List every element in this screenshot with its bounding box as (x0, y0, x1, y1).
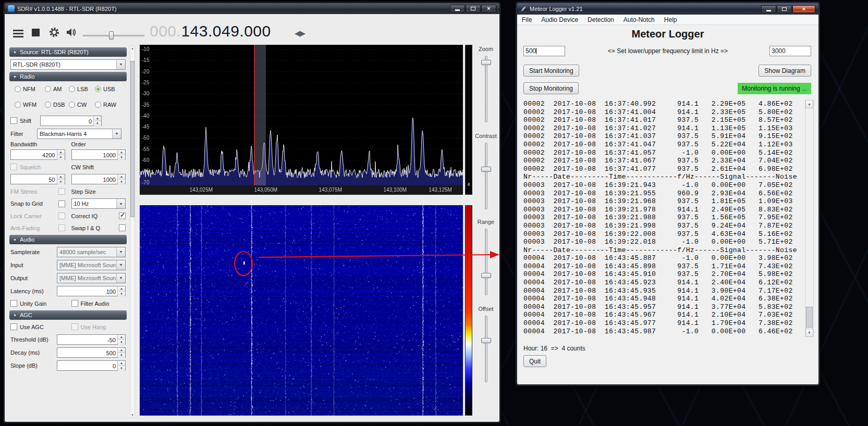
cw-shift-input[interactable]: 1000 (71, 174, 126, 184)
chevron-down-icon[interactable] (116, 260, 125, 270)
spinner-buttons[interactable] (57, 150, 65, 159)
spinner-buttons[interactable] (117, 348, 125, 357)
slider-contrast[interactable]: Contrast (473, 133, 498, 209)
settings-gear-icon[interactable] (48, 27, 60, 38)
chevron-down-icon[interactable] (116, 273, 125, 283)
spectrum-canvas[interactable] (140, 45, 463, 185)
menu-file[interactable]: File (517, 16, 536, 23)
use-agc-checkbox[interactable] (10, 323, 17, 330)
start-monitoring-button[interactable]: Start Monitoring (523, 65, 579, 77)
latency-input[interactable]: 100 (57, 286, 126, 296)
bandwidth-input[interactable]: 4200 (10, 149, 65, 160)
decay-input[interactable]: 500 (57, 347, 126, 358)
spinner-buttons[interactable] (117, 361, 125, 370)
spinner-buttons[interactable] (117, 286, 125, 296)
scroll-up-icon[interactable]: ▲ (805, 100, 813, 108)
menu-icon[interactable] (13, 28, 23, 39)
log-scrollbar-thumb[interactable] (806, 307, 813, 328)
volume-slider[interactable] (83, 31, 144, 40)
sdr-titlebar[interactable]: SDR# v1.0.0.1488 - RTL-SDR (R820T) × (5, 3, 499, 14)
chevron-down-icon[interactable] (112, 129, 121, 139)
slider-track[interactable] (485, 56, 487, 122)
slider-thumb[interactable] (481, 167, 491, 172)
filter-audio-checkbox[interactable] (71, 300, 78, 307)
slider-zoom[interactable]: Zoom (473, 46, 498, 122)
slider-thumb[interactable] (481, 338, 491, 343)
panel-scrollbar-thumb[interactable] (130, 61, 135, 217)
source-device-select[interactable]: RTL-SDR (R820T) (10, 59, 126, 70)
panel-scrollbar[interactable]: ▲ ▼ (130, 46, 135, 418)
frequency-step-up-icon[interactable]: ▶ (300, 29, 305, 37)
stop-playback-button[interactable] (32, 29, 40, 36)
order-input[interactable]: 1000 (71, 149, 126, 160)
lock-carrier-checkbox[interactable] (58, 212, 65, 219)
spinner-buttons[interactable] (117, 174, 125, 184)
chevron-down-icon[interactable] (116, 60, 125, 69)
shift-checkbox[interactable] (10, 117, 17, 124)
waterfall-canvas[interactable] (140, 205, 463, 416)
samplerate-select[interactable]: 48000 sample/sec (57, 247, 126, 257)
radio-section-header[interactable]: ▼Radio (9, 72, 127, 81)
menu-audio-device[interactable]: Audio Device (536, 16, 583, 23)
close-button[interactable]: × (792, 5, 815, 13)
radio-mode-dsb[interactable]: DSB (45, 102, 69, 108)
logger-titlebar[interactable]: Meteor Logger v1.21 × (517, 3, 818, 15)
speaker-icon[interactable] (65, 27, 77, 38)
radio-mode-am[interactable]: AM (45, 86, 69, 92)
unity-gain-checkbox[interactable] (10, 300, 17, 307)
radio-mode-raw[interactable]: RAW (95, 102, 122, 108)
audio-output-select[interactable]: [MME] Microsoft Soun (57, 273, 126, 283)
chevron-down-icon[interactable] (116, 247, 125, 257)
menu-detection[interactable]: Detection (583, 16, 619, 23)
log-output[interactable]: 00002 2017-10-08 16:37:40.992 914.1 2.29… (523, 100, 801, 337)
frequency-step-down-icon[interactable]: ◀ (295, 29, 300, 37)
sc​roll-down-icon[interactable]: ▼ (805, 329, 813, 337)
agc-section-header[interactable]: ▼AGC (9, 310, 127, 320)
radio-mode-nfm[interactable]: NFM (15, 86, 45, 92)
frequency-display[interactable]: 000.143.049.000 (150, 22, 271, 40)
menu-help[interactable]: Help (659, 16, 682, 23)
minimize-button[interactable] (450, 5, 465, 12)
scroll-down-icon[interactable]: ▼ (130, 414, 135, 417)
use-hang-checkbox[interactable] (71, 323, 78, 330)
slider-thumb[interactable] (481, 273, 491, 278)
radio-mode-usb[interactable]: USB (95, 86, 122, 92)
waterfall-display[interactable] (140, 205, 463, 416)
spinner-buttons[interactable] (117, 150, 125, 159)
correct-iq-checkbox[interactable] (119, 212, 126, 219)
scroll-up-icon[interactable]: ▲ (130, 47, 135, 50)
slider-track[interactable] (485, 143, 487, 209)
volume-track[interactable] (83, 35, 144, 36)
squelch-input[interactable]: 50 (10, 174, 65, 184)
squelch-checkbox[interactable] (10, 164, 17, 170)
log-scrollbar[interactable]: ▲ ▼ (805, 100, 814, 337)
slider-track[interactable] (485, 229, 487, 295)
radio-mode-lsb[interactable]: LSB (69, 86, 95, 92)
step-size-select[interactable]: 10 Hz (71, 198, 126, 209)
source-section-header[interactable]: ▼Source: RTL-SDR (R820T) (9, 47, 127, 57)
freq-high-input[interactable]: 3000 (769, 46, 811, 56)
slider-range[interactable]: Range (473, 219, 498, 295)
shift-input[interactable]: 0 (40, 116, 102, 126)
menu-auto-notch[interactable]: Auto-Notch (619, 16, 659, 23)
audio-input-select[interactable]: [MME] Microsoft Soun (57, 260, 126, 270)
minimize-button[interactable] (761, 5, 776, 13)
slider-thumb[interactable] (481, 60, 491, 65)
audio-section-header[interactable]: ▼Audio (9, 235, 127, 244)
show-diagram-button[interactable]: Show Diagram (759, 65, 811, 77)
spinner-buttons[interactable] (57, 174, 65, 184)
fm-stereo-checkbox[interactable] (58, 188, 65, 195)
radio-mode-cw[interactable]: CW (69, 102, 95, 108)
maximize-button[interactable] (466, 5, 481, 12)
slider-offset[interactable]: Offset (473, 306, 498, 382)
spectrum-display[interactable]: -10-15-20-25-30-35-40-45-50-55-60-65-70 … (140, 45, 463, 195)
spinner-buttons[interactable] (93, 116, 101, 126)
anti-fading-checkbox[interactable] (58, 224, 65, 231)
filter-select[interactable]: Blackman-Harris 4 (37, 129, 121, 139)
quit-button[interactable]: Quit (523, 355, 546, 367)
snap-to-grid-checkbox[interactable] (58, 201, 65, 207)
swap-iq-checkbox[interactable] (119, 224, 126, 231)
close-button[interactable]: × (481, 5, 496, 12)
slider-track[interactable] (485, 316, 487, 382)
chevron-down-icon[interactable] (116, 199, 125, 208)
